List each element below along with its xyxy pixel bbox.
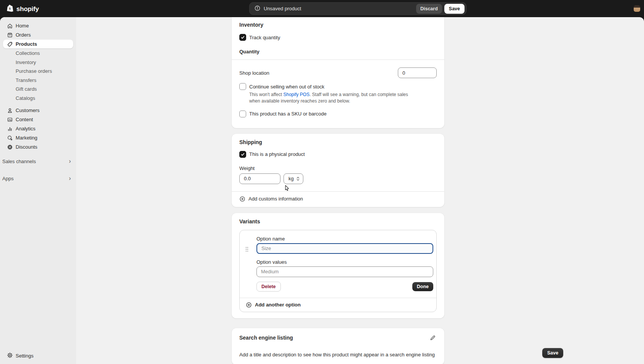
sku-barcode-checkbox[interactable] — [239, 111, 246, 117]
continue-selling-checkbox[interactable] — [239, 83, 246, 90]
seo-card: Search engine listing Add a title and de… — [232, 328, 444, 364]
weight-input[interactable] — [239, 173, 280, 184]
unsaved-status-text: Unsaved product — [264, 6, 416, 11]
sales-channels-label: Sales channels — [2, 159, 36, 164]
discounts-icon — [7, 144, 13, 150]
sidebar-item-label: Home — [16, 23, 29, 29]
add-another-option-label: Add another option — [255, 302, 301, 308]
shop-location-label: Shop location — [239, 70, 269, 76]
plus-circle-icon — [246, 302, 252, 308]
sidebar-item-label: Analytics — [16, 126, 35, 131]
sidebar-item-label: Content — [16, 117, 33, 122]
content-icon — [7, 117, 13, 123]
continue-selling-help-text: This won't affect Shopify POS. Staff wil… — [232, 91, 422, 104]
sidebar-item-discounts[interactable]: Discounts — [3, 143, 73, 151]
svg-text:S: S — [8, 7, 11, 10]
sidebar-item-label: Customers — [16, 107, 40, 113]
track-quantity-checkbox[interactable] — [239, 34, 246, 41]
variants-card: Variants Option name Option values Delet… — [232, 213, 444, 318]
gear-icon — [7, 352, 13, 359]
sidebar-item-customers[interactable]: Customers — [3, 106, 73, 115]
settings-label: Settings — [16, 353, 34, 359]
weight-unit-value: kg — [288, 176, 294, 181]
sidebar-item-gift-cards[interactable]: Gift cards — [3, 85, 73, 94]
shopify-logo[interactable]: S shopify — [6, 4, 39, 14]
sidebar: Home Orders Products Collections Invento… — [0, 17, 76, 364]
shop-location-quantity-input[interactable] — [398, 67, 437, 78]
avatar[interactable] — [634, 5, 640, 12]
shipping-card-title: Shipping — [232, 139, 444, 145]
marketing-icon — [7, 135, 13, 141]
sidebar-item-catalogs[interactable]: Catalogs — [3, 94, 73, 103]
select-caret-icon — [296, 176, 300, 181]
home-icon — [7, 23, 13, 29]
sidebar-item-purchase-orders[interactable]: Purchase orders — [3, 67, 73, 76]
app-frame: Home Orders Products Collections Invento… — [0, 17, 644, 364]
option-values-label: Option values — [256, 259, 433, 265]
alert-circle-icon — [254, 5, 261, 13]
products-tag-icon — [7, 41, 13, 47]
inventory-card: Inventory Track quantity Quantity Shop l… — [232, 17, 444, 128]
sidebar-section-sales-channels[interactable]: Sales channels › — [3, 157, 73, 166]
sidebar-section-apps[interactable]: Apps › — [3, 174, 73, 183]
orders-icon — [7, 32, 13, 38]
add-another-option-button[interactable]: Add another option — [240, 298, 436, 312]
shopify-pos-link[interactable]: Shopify POS — [283, 92, 309, 97]
quantity-heading: Quantity — [232, 49, 444, 55]
sidebar-item-transfers[interactable]: Transfers — [3, 76, 73, 85]
add-customs-button[interactable]: Add customs information — [232, 192, 444, 207]
top-bar: S shopify Unsaved product Discard Save — [0, 0, 644, 17]
discard-button[interactable]: Discard — [416, 4, 442, 14]
apps-label: Apps — [2, 176, 14, 181]
edit-seo-button[interactable] — [429, 334, 437, 342]
weight-unit-select[interactable]: kg — [284, 173, 303, 184]
sidebar-item-orders[interactable]: Orders — [3, 30, 73, 39]
shipping-card: Shipping This is a physical product Weig… — [232, 134, 444, 207]
chevron-right-icon: › — [69, 158, 71, 164]
continue-selling-label: Continue selling when out of stock — [249, 84, 324, 90]
weight-label: Weight — [232, 165, 444, 171]
seo-description: Add a title and description to see how t… — [239, 352, 437, 358]
unsaved-changes-bar: Unsaved product Discard Save — [249, 2, 466, 15]
sidebar-item-label: Marketing — [16, 135, 37, 141]
add-customs-label: Add customs information — [248, 196, 303, 202]
sidebar-item-analytics[interactable]: Analytics — [3, 124, 73, 133]
sidebar-item-marketing[interactable]: Marketing — [3, 133, 73, 142]
option-values-input[interactable] — [256, 266, 433, 277]
sku-barcode-label: This product has a SKU or barcode — [249, 111, 327, 117]
track-quantity-label: Track quantity — [249, 35, 280, 40]
variant-option-editor: Option name Option values Delete Done Ad… — [239, 230, 437, 312]
save-button-bottom[interactable]: Save — [542, 348, 563, 358]
drag-handle-icon[interactable] — [245, 247, 248, 253]
sidebar-item-settings[interactable]: Settings — [3, 351, 73, 360]
inventory-card-title: Inventory — [232, 22, 444, 28]
save-button-topbar[interactable]: Save — [444, 4, 465, 14]
option-name-input[interactable] — [256, 243, 433, 254]
sidebar-item-products[interactable]: Products — [3, 40, 73, 48]
variants-card-title: Variants — [232, 218, 444, 224]
sidebar-item-label: Orders — [16, 32, 31, 38]
main-content: Inventory Track quantity Quantity Shop l… — [232, 17, 444, 364]
sidebar-item-inventory[interactable]: Inventory — [3, 58, 73, 67]
sidebar-item-home[interactable]: Home — [3, 21, 73, 30]
analytics-bar-chart-icon — [7, 126, 13, 132]
physical-product-label: This is a physical product — [249, 151, 305, 157]
sidebar-item-content[interactable]: Content — [3, 115, 73, 124]
delete-option-button[interactable]: Delete — [256, 282, 281, 292]
pencil-icon — [429, 335, 436, 341]
sidebar-item-collections[interactable]: Collections — [3, 49, 73, 58]
physical-product-checkbox[interactable] — [239, 151, 246, 158]
sidebar-item-label: Discounts — [16, 144, 37, 150]
option-name-label: Option name — [256, 236, 433, 242]
shopify-bag-icon: S — [6, 4, 14, 14]
chevron-right-icon: › — [69, 175, 71, 181]
customers-icon — [7, 107, 13, 114]
sidebar-item-label: Products — [16, 41, 37, 47]
plus-circle-icon — [239, 196, 245, 202]
shopify-wordmark: shopify — [16, 5, 39, 13]
seo-card-title: Search engine listing — [239, 335, 293, 341]
done-option-button[interactable]: Done — [412, 282, 433, 291]
